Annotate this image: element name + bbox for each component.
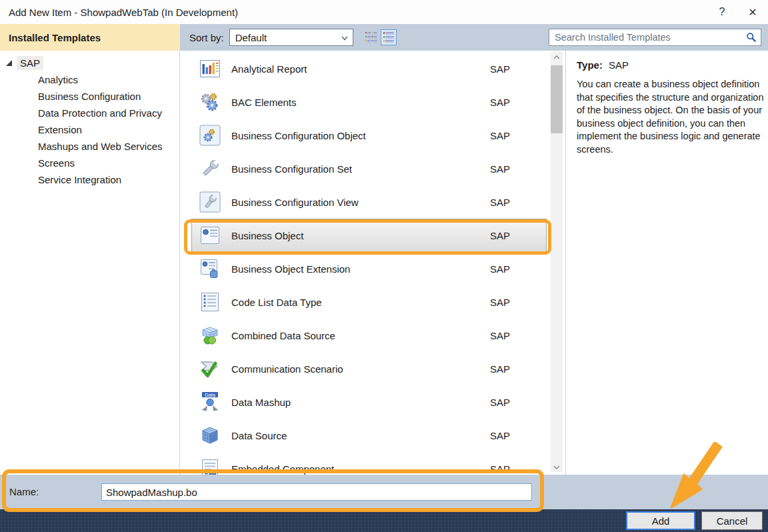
wrench-button-icon [199, 191, 221, 213]
chevron-down-icon [553, 465, 560, 469]
embedded-component-icon [199, 457, 221, 475]
close-button[interactable]: ✕ [737, 0, 768, 24]
template-source: SAP [490, 430, 510, 441]
scroll-down-button[interactable] [551, 462, 563, 472]
dialog-footer: Add Cancel [0, 509, 768, 532]
type-value: SAP [609, 59, 629, 71]
template-row-embedded-component[interactable]: Embedded Component SAP [180, 452, 565, 475]
tree-node-extension[interactable]: Extension [0, 121, 179, 138]
medium-icons-view-icon [364, 31, 377, 44]
cube-spheres-icon [199, 324, 221, 347]
sort-dropdown[interactable]: Default [229, 29, 353, 46]
scrollbar-thumb[interactable] [551, 65, 563, 133]
gears-button-icon [199, 124, 221, 147]
template-category-tree: SAP Analytics Business Configuration Dat… [0, 51, 180, 475]
template-source: SAP [490, 463, 510, 475]
tree-expander-icon[interactable] [6, 60, 12, 66]
dialog-title: Add New Item - ShowpadWebTab (In Develop… [9, 7, 238, 18]
wrench-icon [199, 157, 221, 180]
analytical-report-icon [199, 57, 221, 80]
name-input[interactable] [101, 483, 532, 501]
template-source: SAP [490, 163, 510, 175]
data-mashup-icon: Data [199, 391, 221, 413]
add-new-item-dialog: Add New Item - ShowpadWebTab (In Develop… [0, 0, 768, 532]
tree-node-label: SAP [17, 56, 43, 70]
tree-node-data-protection[interactable]: Data Protection and Privacy [0, 105, 179, 121]
template-details-panel: Type:SAP You can create a business objec… [565, 51, 768, 475]
scroll-up-button[interactable] [551, 52, 563, 62]
sort-by-label: Sort by: [189, 32, 224, 43]
template-label: Data Source [231, 430, 490, 441]
template-source: SAP [490, 363, 510, 375]
template-label: Code List Data Type [231, 297, 490, 308]
template-row-data-mashup[interactable]: Data Data Mashup SAP [180, 385, 565, 419]
template-label: BAC Elements [231, 97, 490, 108]
help-button[interactable]: ? [707, 0, 737, 24]
template-source: SAP [490, 97, 510, 108]
template-row-business-configuration-view[interactable]: Business Configuration View SAP [180, 185, 565, 219]
view-toggle-group [363, 29, 399, 45]
template-row-data-source[interactable]: Data Source SAP [180, 419, 565, 452]
list-scrollbar[interactable] [551, 52, 563, 472]
template-label: Analytical Report [231, 63, 490, 75]
svg-text:Data: Data [205, 392, 216, 398]
template-row-business-object[interactable]: Business Object SAP [191, 219, 547, 252]
template-row-business-object-extension[interactable]: Business Object Extension SAP [180, 252, 565, 285]
template-row-bac-elements[interactable]: BAC Elements SAP [180, 85, 565, 119]
template-source: SAP [490, 197, 510, 208]
chevron-up-icon [553, 55, 560, 59]
gears-icon [199, 91, 221, 113]
template-source: SAP [490, 130, 510, 141]
template-source: SAP [490, 230, 510, 241]
search-box [549, 29, 761, 46]
medium-icons-view-button[interactable] [363, 29, 379, 45]
template-list: Analytical Report SAP BAC Elements SAP [180, 51, 565, 475]
template-row-business-configuration-set[interactable]: Business Configuration Set SAP [180, 152, 565, 185]
template-source: SAP [490, 397, 510, 408]
tree-node-mashups[interactable]: Mashups and Web Services [0, 138, 179, 155]
template-source: SAP [490, 297, 510, 308]
template-description: You can create a business object definit… [577, 78, 768, 156]
template-label: Business Configuration Object [231, 130, 490, 141]
data-cube-icon [199, 424, 221, 447]
type-label: Type: [577, 59, 603, 71]
template-row-analytical-report[interactable]: Analytical Report SAP [180, 52, 565, 85]
template-label: Business Object Extension [231, 263, 490, 275]
template-row-communication-scenario[interactable]: Communication Scenario SAP [180, 352, 565, 385]
template-label: Embedded Component [231, 463, 490, 475]
list-view-button[interactable] [381, 29, 397, 45]
code-list-icon [199, 291, 221, 313]
type-line: Type:SAP [577, 59, 759, 71]
template-label: Communication Scenario [231, 363, 490, 375]
business-object-extension-icon [199, 257, 221, 280]
tree-node-service-integration[interactable]: Service Integration [0, 171, 179, 188]
name-row: Name: [0, 475, 768, 509]
titlebar: Add New Item - ShowpadWebTab (In Develop… [0, 0, 768, 24]
installed-templates-header: Installed Templates [0, 24, 180, 51]
template-source: SAP [490, 330, 510, 341]
template-row-combined-data-source[interactable]: Combined Data Source SAP [180, 319, 565, 352]
template-row-business-configuration-object[interactable]: Business Configuration Object SAP [180, 119, 565, 152]
search-input[interactable] [549, 32, 746, 43]
tree-node-screens[interactable]: Screens [0, 155, 179, 171]
list-toolbar: Sort by: Default [180, 24, 768, 51]
add-button[interactable]: Add [626, 511, 695, 530]
cancel-button[interactable]: Cancel [701, 511, 763, 530]
template-label: Combined Data Source [231, 330, 490, 341]
header-row: Installed Templates Sort by: Default [0, 24, 768, 51]
tree-node-business-configuration[interactable]: Business Configuration [0, 88, 179, 105]
template-label: Business Configuration Set [231, 163, 490, 175]
template-row-code-list-data-type[interactable]: Code List Data Type SAP [180, 285, 565, 319]
window-controls: ? ✕ [707, 0, 768, 24]
tree-node-sap[interactable]: SAP [0, 55, 179, 71]
business-object-card-icon [199, 224, 221, 247]
template-label: Business Object [231, 230, 490, 241]
main-area: SAP Analytics Business Configuration Dat… [0, 51, 768, 475]
tree-node-analytics[interactable]: Analytics [0, 71, 179, 88]
template-source: SAP [490, 63, 510, 75]
template-label: Business Configuration View [231, 197, 490, 208]
search-icon[interactable] [746, 32, 757, 43]
list-view-icon [382, 31, 395, 44]
arrow-check-icon [199, 357, 221, 380]
template-label: Data Mashup [231, 397, 490, 408]
